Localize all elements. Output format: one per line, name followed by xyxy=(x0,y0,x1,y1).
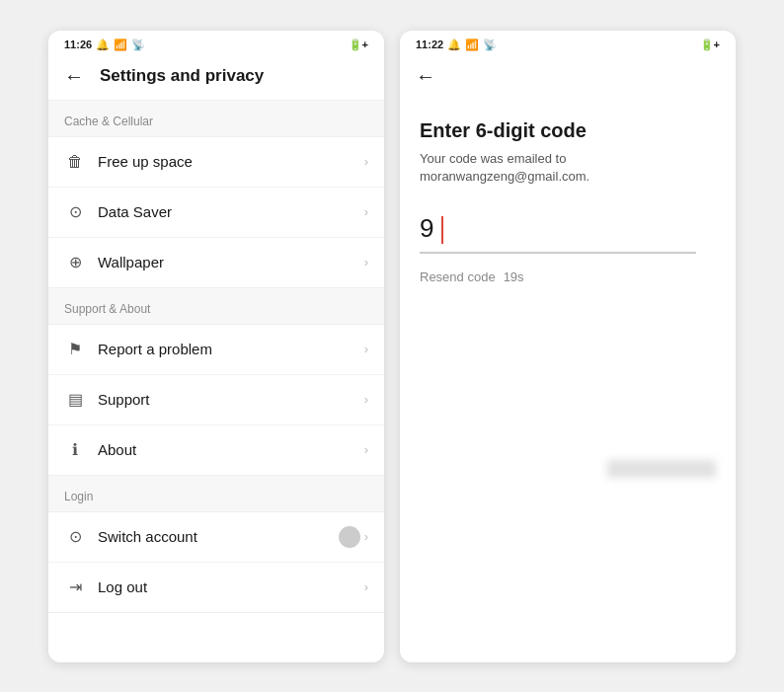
report-problem-label: Report a problem xyxy=(98,341,364,357)
login-group: ⊙ Switch account › ⇥ Log out › xyxy=(48,511,384,613)
notification-icon: 🔔 xyxy=(96,38,110,51)
support-icon: ▤ xyxy=(64,389,86,411)
time-label: 11:26 xyxy=(64,38,92,50)
switch-account-icon: ⊙ xyxy=(64,526,86,548)
avatar xyxy=(339,526,360,548)
logout-icon: ⇥ xyxy=(64,577,86,598)
log-out-item[interactable]: ⇥ Log out › xyxy=(48,563,384,612)
chevron-icon: › xyxy=(364,579,368,594)
entered-digit: 9 xyxy=(420,213,433,244)
bottom-blur-bar xyxy=(607,460,716,478)
data-saver-item[interactable]: ⊙ Data Saver › xyxy=(48,188,384,238)
flag-icon: ⚑ xyxy=(64,339,86,360)
support-item[interactable]: ▤ Support › xyxy=(48,375,384,425)
free-up-space-item[interactable]: 🗑 Free up space › xyxy=(48,137,384,188)
about-label: About xyxy=(98,441,364,458)
switch-account-item[interactable]: ⊙ Switch account › xyxy=(48,512,384,563)
chevron-icon: › xyxy=(364,204,368,219)
switch-account-extra: › xyxy=(339,526,368,548)
enter-code-title: Enter 6-digit code xyxy=(420,119,716,142)
data-saver-icon: ⊙ xyxy=(64,201,86,223)
wifi-icon: 📶 xyxy=(114,38,127,51)
battery-icon: 🔋+ xyxy=(349,38,368,51)
right-phone-screen: 11:22 🔔 📶 📡 🔋+ ← Enter 6-digit code Your… xyxy=(400,31,736,662)
code-input-container[interactable]: 9 xyxy=(420,213,696,254)
trash-icon: 🗑 xyxy=(64,151,86,173)
settings-header: ← Settings and privacy xyxy=(48,55,384,101)
chevron-icon: › xyxy=(364,442,368,457)
right-header: ← xyxy=(400,55,736,104)
support-about-group: ⚑ Report a problem › ▤ Support › ℹ About… xyxy=(48,324,384,476)
free-up-space-label: Free up space xyxy=(98,153,364,170)
support-about-section: Support & About ⚑ Report a problem › ▤ S… xyxy=(48,288,384,476)
chevron-icon: › xyxy=(364,342,368,356)
right-status-time: 11:22 🔔 📶 📡 xyxy=(416,38,497,51)
right-time-label: 11:22 xyxy=(416,38,443,50)
signal-icon: 📡 xyxy=(131,38,145,51)
login-label: Login xyxy=(48,476,384,511)
chevron-icon: › xyxy=(364,529,368,544)
chevron-icon: › xyxy=(364,154,368,169)
data-saver-label: Data Saver xyxy=(98,203,364,220)
wallpaper-item[interactable]: ⊕ Wallpaper › xyxy=(48,238,384,287)
left-phone-screen: 11:26 🔔 📶 📡 🔋+ ← Settings and privacy Ca… xyxy=(48,31,384,662)
support-label: Support xyxy=(98,391,364,408)
right-bottom-area xyxy=(400,300,736,498)
right-back-button[interactable]: ← xyxy=(416,65,435,88)
chevron-icon: › xyxy=(364,392,368,407)
resend-timer: 19s xyxy=(504,269,524,284)
left-status-right: 🔋+ xyxy=(349,38,368,51)
right-signal-icon: 📡 xyxy=(483,38,497,51)
info-icon: ℹ xyxy=(64,439,86,461)
login-section: Login ⊙ Switch account › ⇥ Log out › xyxy=(48,476,384,613)
page-title: Settings and privacy xyxy=(100,66,264,86)
right-status-right: 🔋+ xyxy=(700,38,720,51)
back-button[interactable]: ← xyxy=(64,65,84,88)
cache-cellular-label: Cache & Cellular xyxy=(48,101,384,136)
left-status-time: 11:26 🔔 📶 📡 xyxy=(64,38,145,51)
right-wifi-icon: 📶 xyxy=(465,38,479,51)
left-status-bar: 11:26 🔔 📶 📡 🔋+ xyxy=(48,31,384,55)
support-about-label: Support & About xyxy=(48,288,384,324)
chevron-icon: › xyxy=(364,255,368,269)
report-problem-item[interactable]: ⚑ Report a problem › xyxy=(48,325,384,375)
cache-cellular-section: Cache & Cellular 🗑 Free up space › ⊙ Dat… xyxy=(48,101,384,288)
enter-code-subtitle: Your code was emailed to moranwangzeng@g… xyxy=(420,150,716,186)
switch-account-label: Switch account xyxy=(98,528,339,545)
right-notification-icon: 🔔 xyxy=(447,38,461,51)
code-cursor xyxy=(441,216,443,244)
log-out-label: Log out xyxy=(98,578,364,595)
right-status-bar: 11:22 🔔 📶 📡 🔋+ xyxy=(400,31,736,55)
wallpaper-icon: ⊕ xyxy=(64,252,86,273)
about-item[interactable]: ℹ About › xyxy=(48,425,384,475)
wallpaper-label: Wallpaper xyxy=(98,254,364,270)
resend-row: Resend code 19s xyxy=(420,269,716,284)
right-battery-icon: 🔋+ xyxy=(700,38,720,51)
right-content: Enter 6-digit code Your code was emailed… xyxy=(400,104,736,300)
cache-cellular-group: 🗑 Free up space › ⊙ Data Saver › ⊕ Wallp… xyxy=(48,136,384,288)
resend-code-label[interactable]: Resend code xyxy=(420,269,496,284)
